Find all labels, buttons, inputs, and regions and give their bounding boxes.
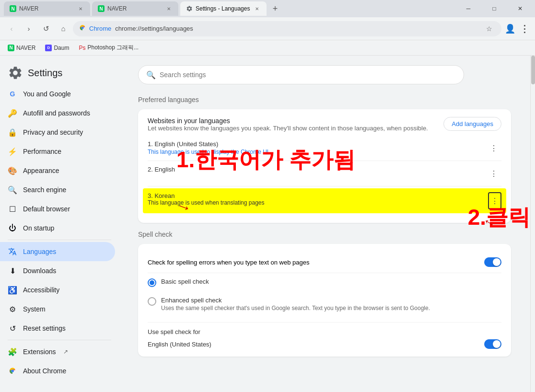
home-button[interactable]: ⌂ bbox=[56, 21, 71, 36]
tab-naver1[interactable]: N NAVER ✕ bbox=[4, 1, 90, 16]
extensions-icon: 🧩 bbox=[8, 347, 17, 357]
language-item-2: 2. English ⋮ bbox=[148, 161, 501, 186]
sidebar-label-on-startup: On startup bbox=[23, 224, 54, 232]
english-spell-check-toggle[interactable] bbox=[484, 339, 501, 349]
autofill-icon: 🔑 bbox=[8, 108, 17, 118]
sidebar-item-you-google[interactable]: G You and Google bbox=[0, 84, 115, 104]
appearance-icon: 🎨 bbox=[8, 166, 17, 175]
scrollbar-thumb[interactable] bbox=[531, 56, 535, 84]
maximize-button[interactable]: □ bbox=[483, 2, 505, 15]
sidebar-label-accessibility: Accessibility bbox=[23, 286, 59, 294]
sidebar-item-performance[interactable]: ⚡ Performance bbox=[0, 142, 115, 161]
language-3-name: 3. Korean bbox=[148, 192, 265, 199]
sidebar-title: Settings bbox=[28, 68, 62, 79]
sidebar-label-extensions: Extensions bbox=[23, 348, 56, 356]
sidebar-item-default-browser[interactable]: ☐ Default browser bbox=[0, 199, 115, 219]
enhanced-spell-check-sub: Uses the same spell checker that's used … bbox=[161, 305, 430, 311]
language-2-name: 2. English bbox=[148, 166, 234, 173]
search-icon: 🔍 bbox=[146, 70, 156, 80]
settings-favicon-icon bbox=[186, 5, 193, 12]
sidebar-item-search-engine[interactable]: 🔍 Search engine bbox=[0, 180, 115, 199]
profile-icon[interactable]: 👤 bbox=[503, 22, 517, 35]
language-3-sub: This language is used when translating p… bbox=[148, 199, 265, 206]
sidebar-label-languages: Languages bbox=[23, 248, 56, 255]
language-3-info: 3. Korean This language is used when tra… bbox=[148, 192, 265, 206]
language-2-info: 2. English bbox=[148, 166, 234, 173]
card-header: Websites in your languages Let websites … bbox=[148, 117, 501, 132]
scrollbar-track[interactable] bbox=[530, 56, 535, 392]
websites-languages-card: Websites in your languages Let websites … bbox=[138, 109, 511, 223]
basic-spell-check-option[interactable]: Basic spell check bbox=[148, 273, 501, 292]
reload-button[interactable]: ↺ bbox=[38, 21, 54, 36]
sidebar-label-system: System bbox=[23, 305, 46, 313]
bookmark-photoshop[interactable]: Ps Photoshop 그래픽... bbox=[75, 43, 142, 53]
add-languages-button[interactable]: Add languages bbox=[443, 117, 501, 131]
sidebar-item-reset-settings[interactable]: ↺ Reset settings bbox=[0, 319, 115, 338]
you-google-icon: G bbox=[8, 89, 17, 99]
extensions-external-icon: ↗ bbox=[63, 348, 68, 355]
bookmark-daum[interactable]: D Daum bbox=[41, 44, 73, 52]
sidebar-label-performance: Performance bbox=[23, 148, 61, 155]
back-button[interactable]: ‹ bbox=[4, 21, 19, 36]
tab-naver2-close-icon[interactable]: ✕ bbox=[165, 5, 173, 12]
sidebar-item-appearance[interactable]: 🎨 Appearance bbox=[0, 161, 115, 180]
address-bar[interactable]: Chrome chrome://settings/languages ☆ bbox=[73, 21, 501, 36]
language-2-menu-button[interactable]: ⋮ bbox=[486, 166, 501, 181]
sidebar-label-autofill: Autofill and passwords bbox=[23, 109, 90, 117]
bookmark-naver[interactable]: N NAVER bbox=[4, 44, 39, 52]
spell-check-toggle-label: Check for spelling errors when you type … bbox=[148, 259, 309, 266]
minimize-button[interactable]: ─ bbox=[457, 2, 479, 15]
bookmark-naver-label: NAVER bbox=[16, 45, 35, 51]
close-button[interactable]: ✕ bbox=[509, 2, 531, 15]
new-tab-button[interactable]: + bbox=[268, 2, 282, 15]
tab-settings-close-icon[interactable]: ✕ bbox=[253, 5, 261, 12]
sidebar-item-accessibility[interactable]: ♿ Accessibility bbox=[0, 280, 115, 300]
naver2-favicon-icon: N bbox=[98, 5, 105, 12]
basic-spell-check-label-wrapper: Basic spell check bbox=[161, 278, 209, 285]
sidebar-label-downloads: Downloads bbox=[23, 267, 56, 275]
language-item-1: 1. English (United States) This language… bbox=[148, 136, 501, 161]
card-header-text: Websites in your languages Let websites … bbox=[148, 117, 428, 132]
english-toggle-knob bbox=[493, 340, 500, 348]
privacy-icon: 🔒 bbox=[8, 127, 17, 137]
enhanced-spell-check-option[interactable]: Enhanced spell check Uses the same spell… bbox=[148, 292, 501, 316]
spell-check-english-row: English (United States) bbox=[148, 339, 501, 349]
tab-settings-label: Settings - Languages bbox=[196, 5, 250, 12]
address-actions: ☆ bbox=[482, 22, 496, 35]
tab-settings[interactable]: Settings - Languages ✕ bbox=[180, 1, 267, 16]
bookmark-icon[interactable]: ☆ bbox=[482, 22, 496, 35]
sidebar-item-downloads[interactable]: ⬇ Downloads bbox=[0, 261, 115, 280]
enhanced-spell-check-radio[interactable] bbox=[148, 297, 156, 306]
sidebar-label-default-browser: Default browser bbox=[23, 205, 70, 213]
language-1-info: 1. English (United States) This language… bbox=[148, 140, 268, 155]
tab-naver2[interactable]: N NAVER ✕ bbox=[92, 1, 178, 16]
sidebar-item-autofill[interactable]: 🔑 Autofill and passwords bbox=[0, 104, 115, 123]
default-browser-icon: ☐ bbox=[8, 204, 17, 214]
use-spell-check-section: Use spell check for English (United Stat… bbox=[148, 322, 501, 349]
language-3-menu-button[interactable]: ⋮ bbox=[488, 192, 501, 209]
sidebar-item-about-chrome[interactable]: About Chrome bbox=[0, 361, 115, 380]
menu-icon[interactable]: ⋮ bbox=[518, 22, 531, 35]
sidebar-label-appearance: Appearance bbox=[23, 167, 59, 174]
nav-bar: ‹ › ↺ ⌂ Chrome chrome://settings/languag… bbox=[0, 17, 535, 40]
basic-spell-check-radio[interactable] bbox=[148, 278, 156, 287]
sidebar-item-on-startup[interactable]: ⏻ On startup bbox=[0, 219, 115, 238]
address-url: chrome://settings/languages bbox=[115, 25, 193, 32]
search-bar[interactable]: 🔍 bbox=[138, 65, 464, 84]
spell-check-toggle[interactable] bbox=[484, 257, 501, 267]
on-startup-icon: ⏻ bbox=[8, 223, 17, 233]
forward-button[interactable]: › bbox=[21, 21, 36, 36]
bookmark-daum-label: Daum bbox=[54, 45, 69, 51]
english-us-label: English (United States) bbox=[148, 341, 211, 348]
sidebar-item-system[interactable]: ⚙ System bbox=[0, 300, 115, 319]
sidebar-divider2 bbox=[8, 340, 111, 340]
sidebar-item-extensions[interactable]: 🧩 Extensions ↗ bbox=[0, 342, 115, 361]
spell-check-toggle-row: Check for spelling errors when you type … bbox=[148, 252, 501, 273]
reset-icon: ↺ bbox=[8, 323, 17, 333]
sidebar-item-privacy[interactable]: 🔒 Privacy and security bbox=[0, 123, 115, 142]
search-input[interactable] bbox=[160, 71, 456, 79]
system-icon: ⚙ bbox=[8, 304, 17, 314]
tab-naver1-close-icon[interactable]: ✕ bbox=[77, 5, 84, 12]
language-1-menu-button[interactable]: ⋮ bbox=[486, 140, 501, 156]
sidebar-item-languages[interactable]: Languages bbox=[0, 242, 115, 261]
